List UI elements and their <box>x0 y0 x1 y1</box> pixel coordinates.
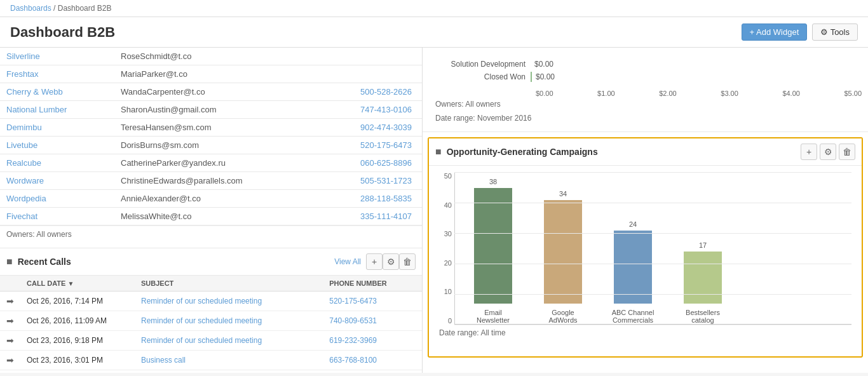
view-all-link[interactable]: View All <box>334 257 361 266</box>
opportunity-widget: ■ Opportunity-Generating Campaigns + ⚙ 🗑… <box>428 137 863 358</box>
bar-label: Email Newsletter <box>468 309 519 324</box>
account-email: DorisBurns@sm.com <box>114 137 319 154</box>
pipeline-axis-label: $5.00 <box>844 90 862 97</box>
y-axis-label: 20 <box>439 259 452 267</box>
col-call-date[interactable]: CALL DATE ▼ <box>20 276 135 292</box>
account-name-link[interactable]: Freshtax <box>6 69 39 79</box>
main-content: Silverline RoseSchmidt@t.co Freshtax Mar… <box>0 48 868 373</box>
bar-group: 34 Google AdWords <box>538 190 588 324</box>
accounts-owners: Owners: All owners <box>0 225 422 243</box>
col-subject: SUBJECT <box>135 276 323 292</box>
page-header: Dashboard B2B + Add Widget ⚙ Tools <box>0 17 868 48</box>
account-phone-link[interactable]: 505-531-1723 <box>360 176 412 185</box>
bar-inner <box>614 231 652 304</box>
account-phone-link[interactable]: 335-111-4107 <box>360 211 412 221</box>
calls-table: CALL DATE ▼ SUBJECT PHONE NUMBER ➡ Oct 2… <box>0 276 422 370</box>
account-phone-link[interactable]: 288-118-5835 <box>360 194 412 203</box>
recent-calls-delete-button[interactable]: 🗑 <box>399 253 416 270</box>
breadcrumb-parent[interactable]: Dashboards <box>10 4 51 13</box>
account-phone-link[interactable]: 060-625-8896 <box>360 158 412 168</box>
account-name-link[interactable]: Fivechat <box>6 211 37 221</box>
account-row: Livetube DorisBurns@sm.com 520-175-6473 <box>0 137 422 154</box>
account-email: WandaCarpenter@t.co <box>114 83 319 101</box>
call-phone-link[interactable]: 740-809-6531 <box>329 316 377 325</box>
account-name-link[interactable]: Realcube <box>6 158 41 168</box>
account-name-link[interactable]: Cherry & Webb <box>6 87 63 97</box>
bar <box>684 252 722 304</box>
account-email: AnnieAlexander@t.co <box>114 190 319 208</box>
bar-inner <box>474 188 512 304</box>
bar-label: ABC Channel Commercials <box>607 309 658 324</box>
pipeline-row-value: $0.00 <box>534 60 553 69</box>
call-phone-link[interactable]: 619-232-3969 <box>329 336 377 345</box>
recent-calls-collapse-icon[interactable]: ■ <box>6 256 13 267</box>
call-subject-link[interactable]: Business call <box>141 356 186 365</box>
opportunity-delete-button[interactable]: 🗑 <box>839 144 855 160</box>
account-row: Freshtax MariaParker@t.co <box>0 65 422 83</box>
pipeline-owners: Owners: All owners <box>429 97 862 111</box>
bar <box>474 188 512 304</box>
bar-group: 24 ABC Channel Commercials <box>607 220 658 324</box>
left-panel: Silverline RoseSchmidt@t.co Freshtax Mar… <box>0 48 423 373</box>
account-email: SharonAustin@gmail.com <box>114 101 319 119</box>
page-title: Dashboard B2B <box>10 24 115 41</box>
opportunity-add-button[interactable]: + <box>801 144 817 160</box>
account-name-link[interactable]: Wordware <box>6 176 44 185</box>
account-row: Wordpedia AnnieAlexander@t.co 288-118-58… <box>0 190 422 208</box>
breadcrumb-current: Dashboard B2B <box>58 4 112 13</box>
bar-group: 17 Bestsellers catalog <box>677 241 728 324</box>
account-email: MelissaWhite@t.co <box>114 208 319 225</box>
call-row: ➡ Oct 23, 2016, 9:18 PM Reminder of our … <box>0 331 422 351</box>
chart-area: 01020304050 38 Email Newsletter 34 Googl… <box>429 166 862 356</box>
call-icon: ➡ <box>6 355 14 365</box>
call-phone-link[interactable]: 663-768-8100 <box>329 356 377 365</box>
pipeline-row-value: $0.00 <box>536 72 555 81</box>
pipeline-row: Solution Development $0.00 <box>429 59 862 69</box>
call-date: Oct 26, 2016, 11:09 AM <box>20 311 135 331</box>
pipeline-axis-label: $3.00 <box>721 90 738 97</box>
account-name-link[interactable]: Wordpedia <box>6 194 46 203</box>
bar-value-label: 24 <box>629 220 637 228</box>
call-subject-link[interactable]: Reminder of our scheduled meeting <box>141 297 262 306</box>
pipeline-axis-label: $0.00 <box>536 90 553 97</box>
call-subject-link[interactable]: Reminder of our scheduled meeting <box>141 336 262 345</box>
pipeline-axis-label: $4.00 <box>782 90 800 97</box>
call-icon: ➡ <box>6 335 14 346</box>
bar <box>544 200 582 304</box>
account-row: National Lumber SharonAustin@gmail.com 7… <box>0 101 422 119</box>
pipeline-bar-container: $0.00 <box>531 59 862 69</box>
recent-calls-add-button[interactable]: + <box>366 253 383 270</box>
account-email: TeresaHansen@sm.com <box>114 119 319 137</box>
call-phone-link[interactable]: 520-175-6473 <box>329 297 377 306</box>
call-subject-link[interactable]: Reminder of our scheduled meeting <box>141 316 262 325</box>
account-phone-link[interactable]: 747-413-0106 <box>360 105 412 114</box>
account-email: RoseSchmidt@t.co <box>114 48 319 65</box>
pipeline-axis: $0.00$1.00$2.00$3.00$4.00$5.00 <box>429 87 862 97</box>
opportunity-settings-button[interactable]: ⚙ <box>820 144 836 160</box>
breadcrumb: Dashboards / Dashboard B2B <box>0 0 868 17</box>
y-axis-label: 30 <box>439 230 452 238</box>
opportunity-date-range: Date range: All time <box>439 325 851 337</box>
account-phone-link[interactable]: 500-528-2626 <box>360 87 412 97</box>
col-phone: PHONE NUMBER <box>323 276 422 292</box>
pipeline-section: Solution Development $0.00 Closed Won $0… <box>423 48 868 132</box>
bar-value-label: 34 <box>559 190 567 198</box>
account-name-link[interactable]: Demimbu <box>6 123 42 132</box>
account-phone-link[interactable]: 520-175-6473 <box>360 140 412 150</box>
pipeline-row-label: Closed Won <box>429 72 531 81</box>
account-phone-link[interactable]: 902-474-3039 <box>360 123 412 132</box>
opportunity-collapse-icon[interactable]: ■ <box>435 146 442 158</box>
tools-button[interactable]: ⚙ Tools <box>812 24 858 41</box>
add-widget-button[interactable]: + Add Widget <box>742 24 808 41</box>
account-name-link[interactable]: Livetube <box>6 140 37 150</box>
opportunity-widget-header: ■ Opportunity-Generating Campaigns + ⚙ 🗑 <box>429 138 862 166</box>
recent-calls-header: ■ Recent Calls View All + ⚙ 🗑 <box>0 248 422 276</box>
account-name-link[interactable]: National Lumber <box>6 105 67 114</box>
right-panel: Solution Development $0.00 Closed Won $0… <box>423 48 868 373</box>
account-email: MariaParker@t.co <box>114 65 319 83</box>
account-name-link[interactable]: Silverline <box>6 51 40 61</box>
account-row: Silverline RoseSchmidt@t.co <box>0 48 422 65</box>
recent-calls-settings-button[interactable]: ⚙ <box>383 253 399 270</box>
call-date: Oct 26, 2016, 7:14 PM <box>20 292 135 311</box>
call-icon: ➡ <box>6 296 14 306</box>
